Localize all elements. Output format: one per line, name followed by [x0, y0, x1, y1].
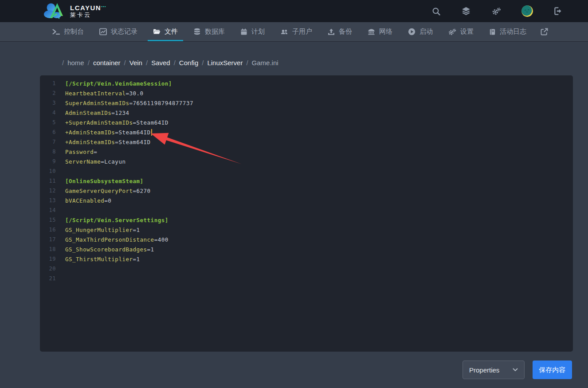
- line-number: 21: [40, 275, 56, 282]
- tab-label: 网络: [379, 27, 392, 36]
- editor-line[interactable]: 15 [/Script/Vein.ServerSettings]: [40, 215, 573, 225]
- editor-line[interactable]: 6 +AdminSteamIDs=Steam64ID: [40, 127, 573, 137]
- editor-line[interactable]: 3 SuperAdminSteamIDs=76561198794877737: [40, 98, 573, 108]
- ini-key: Password: [65, 149, 94, 155]
- breadcrumb-separator: /: [124, 59, 126, 67]
- ini-key: GS_HungerMultiplier: [65, 227, 133, 233]
- tab-settings[interactable]: 设置: [443, 22, 479, 41]
- ini-key: GS_ThirstMultiplier: [65, 256, 133, 263]
- text-cursor: [151, 129, 152, 136]
- editor-line[interactable]: 13 bVACEnabled=0: [40, 196, 573, 205]
- users-icon: [280, 28, 288, 35]
- brand-logo[interactable]: LCAYUN••• 莱卡云: [43, 2, 106, 20]
- ini-value: =Steam64ID: [115, 139, 150, 145]
- line-number: 7: [40, 139, 56, 145]
- ini-key: GameServerQueryPort: [65, 188, 133, 194]
- ini-key: GS_MaxThirdPersonDistance: [65, 236, 154, 243]
- tab-startup[interactable]: 启动: [403, 22, 438, 41]
- tab-label: 备份: [339, 27, 352, 36]
- tab-console[interactable]: 控制台: [47, 22, 89, 41]
- ini-section: [OnlineSubsystemSteam]: [65, 178, 144, 184]
- play-icon: [408, 28, 416, 35]
- breadcrumb-separator: /: [202, 59, 204, 67]
- editor-line[interactable]: 4 AdminSteamIDs=1234: [40, 108, 573, 118]
- ini-key: +AdminSteamIDs: [65, 139, 115, 145]
- tab-label: 启动: [419, 27, 433, 36]
- tab-databases[interactable]: 数据库: [188, 22, 230, 41]
- tab-status[interactable]: 状态记录: [94, 22, 143, 41]
- tab-subusers[interactable]: 子用户: [275, 22, 318, 41]
- tab-network[interactable]: 网络: [362, 22, 398, 41]
- tab-label: 文件: [165, 27, 178, 36]
- tab-files[interactable]: 文件: [148, 22, 183, 41]
- user-avatar[interactable]: [521, 5, 533, 17]
- breadcrumb: /home/container/Vein/Saved/Config/LinuxS…: [62, 59, 278, 67]
- tab-schedules[interactable]: 计划: [235, 22, 270, 41]
- footer-controls: Properties 保存内容: [463, 361, 572, 379]
- tab-label: 状态记录: [111, 27, 137, 36]
- editor-line[interactable]: 16 GS_HungerMultiplier=1: [40, 225, 573, 235]
- top-bar: LCAYUN••• 莱卡云: [0, 0, 588, 22]
- editor-line[interactable]: 10: [40, 166, 573, 176]
- tab-activity[interactable]: 活动日志: [484, 22, 532, 41]
- tab-label: 子用户: [292, 27, 312, 36]
- save-content-button[interactable]: 保存内容: [533, 361, 572, 379]
- editor-line[interactable]: 7 +AdminSteamIDs=Steam64ID: [40, 137, 573, 147]
- editor-line[interactable]: 20: [40, 264, 573, 274]
- ini-key: ServerName: [65, 158, 101, 165]
- ini-value: =1234: [111, 110, 129, 116]
- cogs-icon[interactable]: [491, 6, 501, 16]
- server-nav: 控制台 状态记录 文件 数据库 计划 子用户 备份 网络 启动: [0, 22, 588, 41]
- external-link-icon[interactable]: [541, 22, 548, 41]
- line-number: 11: [40, 178, 56, 184]
- breadcrumb-separator: /: [174, 59, 176, 67]
- line-number: 19: [40, 256, 56, 262]
- ini-key: GS_ShowScoreboardBadges: [65, 246, 147, 253]
- breadcrumb-LinuxServer[interactable]: LinuxServer: [207, 59, 243, 67]
- ini-value: =6270: [133, 188, 151, 194]
- editor-line[interactable]: 1 [/Script/Vein.VeinGameSession]: [40, 78, 573, 88]
- file-mode-dropdown[interactable]: Properties: [463, 361, 525, 379]
- line-number: 2: [40, 90, 56, 96]
- signout-icon[interactable]: [553, 6, 563, 16]
- editor-line[interactable]: 14: [40, 205, 573, 215]
- terminal-icon: [52, 28, 60, 35]
- editor-line[interactable]: 9 ServerName=Lcayun: [40, 157, 573, 166]
- breadcrumb-Config[interactable]: Config: [179, 59, 198, 67]
- editor-line[interactable]: 5 +SuperAdminSteamIDs=Steam64ID: [40, 118, 573, 127]
- editor-line[interactable]: 8 Password=: [40, 147, 573, 157]
- ini-key: +SuperAdminSteamIDs: [65, 119, 133, 126]
- tab-backups[interactable]: 备份: [322, 22, 357, 41]
- breadcrumb-Saved[interactable]: Saved: [151, 59, 170, 67]
- breadcrumb-separator: /: [88, 59, 90, 67]
- line-number: 10: [40, 168, 56, 174]
- breadcrumb-separator: /: [246, 59, 248, 67]
- ini-value: =30.0: [125, 90, 143, 97]
- ini-value: =400: [154, 236, 169, 243]
- line-number: 5: [40, 119, 56, 125]
- editor-line[interactable]: 2 HeartbeatInterval=30.0: [40, 88, 573, 98]
- log-icon: [489, 28, 496, 35]
- editor-line[interactable]: 17 GS_MaxThirdPersonDistance=400: [40, 235, 573, 244]
- nav-tabs: 控制台 状态记录 文件 数据库 计划 子用户 备份 网络 启动: [0, 22, 588, 41]
- editor-line[interactable]: 18 GS_ShowScoreboardBadges=1: [40, 244, 573, 254]
- search-icon[interactable]: [431, 6, 441, 16]
- editor-line[interactable]: 19 GS_ThirstMultiplier=1: [40, 254, 573, 264]
- line-number: 15: [40, 217, 56, 223]
- line-number: 16: [40, 227, 56, 233]
- brand-text: LCAYUN••• 莱卡云: [70, 4, 106, 18]
- file-editor[interactable]: 1 [/Script/Vein.VeinGameSession] 2 Heart…: [40, 75, 573, 352]
- top-actions: [431, 5, 588, 17]
- line-number: 1: [40, 80, 56, 86]
- breadcrumb-Vein[interactable]: Vein: [129, 59, 142, 67]
- ini-value: =1: [147, 246, 154, 253]
- line-number: 4: [40, 110, 56, 116]
- breadcrumb-separator: /: [146, 59, 148, 67]
- editor-line[interactable]: 12 GameServerQueryPort=6270: [40, 186, 573, 196]
- breadcrumb-container[interactable]: container: [93, 59, 121, 67]
- ini-value: =1: [133, 227, 140, 233]
- editor-lines: 1 [/Script/Vein.VeinGameSession] 2 Heart…: [40, 78, 573, 283]
- editor-line[interactable]: 21: [40, 274, 573, 283]
- editor-line[interactable]: 11 [OnlineSubsystemSteam]: [40, 176, 573, 186]
- layers-icon[interactable]: [461, 6, 471, 16]
